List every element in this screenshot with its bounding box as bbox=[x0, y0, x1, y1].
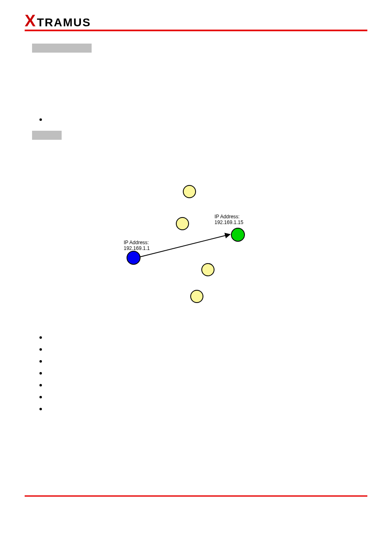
bullet-item bbox=[39, 348, 42, 351]
bullet-item bbox=[39, 360, 42, 363]
logo-x-letter: X bbox=[25, 12, 36, 29]
grey-block-1 bbox=[32, 44, 92, 53]
bullet-item bbox=[39, 372, 42, 375]
node-yellow-4 bbox=[190, 290, 203, 303]
footer-divider bbox=[25, 495, 367, 497]
ip-label-left: IP Address: 192.169.1.1 bbox=[124, 240, 150, 252]
node-green bbox=[231, 228, 245, 242]
ip-left-line1: IP Address: bbox=[124, 240, 149, 245]
node-blue bbox=[127, 251, 141, 265]
logo: X TRAMUS bbox=[25, 12, 91, 29]
bullet-list bbox=[39, 336, 42, 420]
logo-rest: TRAMUS bbox=[37, 16, 91, 29]
node-yellow-2 bbox=[176, 217, 189, 230]
node-yellow-1 bbox=[183, 185, 196, 198]
bullet-item bbox=[39, 336, 42, 339]
ip-left-line2: 192.169.1.1 bbox=[124, 245, 150, 251]
grey-block-2 bbox=[32, 131, 62, 140]
network-diagram: IP Address: 192.169.1.15 IP Address: 192… bbox=[103, 177, 284, 308]
header-divider bbox=[25, 30, 367, 31]
svg-line-0 bbox=[140, 234, 230, 257]
bullet-item bbox=[39, 408, 42, 410]
bullet-item bbox=[39, 396, 42, 398]
ip-label-right: IP Address: 192.169.1.15 bbox=[214, 214, 243, 226]
node-yellow-3 bbox=[201, 263, 214, 276]
ip-right-line2: 192.169.1.15 bbox=[214, 220, 243, 225]
page: X TRAMUS IP Address: 192.169.1.15 IP Add… bbox=[0, 0, 392, 555]
bullet-item bbox=[39, 384, 42, 386]
bullet-top bbox=[39, 118, 42, 121]
ip-right-line1: IP Address: bbox=[214, 214, 240, 220]
